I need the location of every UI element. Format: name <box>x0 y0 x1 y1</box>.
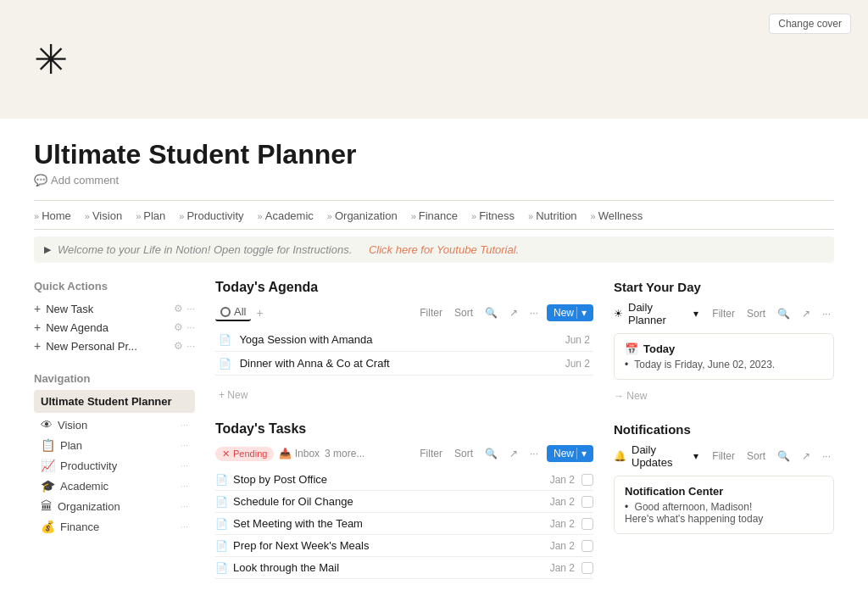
toggle-arrow-icon[interactable]: ▶ <box>44 244 51 255</box>
tasks-sort[interactable]: Sort <box>451 446 476 461</box>
task-check-3[interactable] <box>581 518 593 530</box>
settings-icon-1[interactable]: ⚙ <box>174 303 183 315</box>
task-check-2[interactable] <box>581 496 593 508</box>
agenda-row-1[interactable]: 📄 Yoga Session with Amanda Jun 2 <box>215 328 593 352</box>
task-name-4: Prep for Next Week's Meals <box>233 539 550 552</box>
nav-page-finance[interactable]: 💰 Finance ··· <box>34 516 195 537</box>
task-date-4: Jan 2 <box>550 540 575 552</box>
calendar-today-label: Today <box>643 342 675 355</box>
notif-search-icon[interactable]: 🔍 <box>774 448 793 464</box>
nav-item-productivity[interactable]: » Productivity <box>179 209 243 222</box>
tasks-filter[interactable]: Filter <box>416 446 446 461</box>
productivity-icon: 📈 <box>41 459 55 472</box>
agenda-new-button[interactable]: New ▾ <box>547 304 593 321</box>
nav-page-plan[interactable]: 📋 Plan ··· <box>34 435 195 455</box>
agenda-item-2-name: Dinner with Anna & Co at Craft <box>240 357 390 370</box>
nav-page-vision[interactable]: 👁 Vision ··· <box>34 415 195 435</box>
agenda-add-view[interactable]: + <box>256 306 263 320</box>
planner-link-icon[interactable]: ↗ <box>798 306 814 321</box>
task-row-1: 📄 Stop by Post Office Jan 2 <box>215 469 593 491</box>
finance-more-icon[interactable]: ··· <box>181 521 188 532</box>
nav-item-fitness[interactable]: » Fitness <box>471 209 515 222</box>
welcome-text: Welcome to your Life in Notion! Open tog… <box>58 243 352 256</box>
planner-label[interactable]: Daily Planner <box>628 301 688 326</box>
notif-link-icon[interactable]: ↗ <box>798 448 814 464</box>
task-date-5: Jan 2 <box>550 562 575 574</box>
planner-more-icon[interactable]: ··· <box>819 306 834 321</box>
more-icon-2[interactable]: ··· <box>186 321 195 333</box>
nav-item-home[interactable]: » Home <box>34 209 71 222</box>
add-comment-button[interactable]: 💬 Add comment <box>34 174 834 187</box>
nav-page-academic[interactable]: 🎓 Academic ··· <box>34 476 195 496</box>
notif-filter[interactable]: Filter <box>709 448 738 464</box>
nav-item-nutrition[interactable]: » Nutrition <box>528 209 577 222</box>
academic-more-icon[interactable]: ··· <box>181 481 188 491</box>
calendar-add-row[interactable]: → New <box>614 387 834 405</box>
planner-filter[interactable]: Filter <box>709 306 738 321</box>
middle-column: Today's Agenda All + Filter Sort 🔍 ↗ ···… <box>215 280 593 579</box>
settings-icon-2[interactable]: ⚙ <box>174 321 183 333</box>
youtube-tutorial-link[interactable]: Click here for Youtube Tutorial. <box>369 243 519 256</box>
tasks-search-icon[interactable]: 🔍 <box>481 446 501 461</box>
nav-item-finance[interactable]: » Finance <box>411 209 458 222</box>
task-doc-icon-4: 📄 <box>215 540 228 552</box>
task-check-4[interactable] <box>581 540 593 552</box>
notif-more-icon[interactable]: ··· <box>819 448 834 464</box>
calendar-icon: 📅 <box>625 342 638 355</box>
cover-area: ✳ Change cover <box>0 0 868 119</box>
more-icon-1[interactable]: ··· <box>186 303 195 315</box>
divider-1 <box>34 200 834 201</box>
settings-icon-3[interactable]: ⚙ <box>174 340 183 352</box>
agenda-filter[interactable]: Filter <box>416 305 446 320</box>
nav-item-academic[interactable]: » Academic <box>258 209 314 222</box>
quick-action-new-task[interactable]: + New Task ⚙ ··· <box>34 299 195 318</box>
task-check-1[interactable] <box>581 474 593 486</box>
tasks-link-icon[interactable]: ↗ <box>506 446 521 461</box>
organization-more-icon[interactable]: ··· <box>181 501 188 511</box>
agenda-more-icon[interactable]: ··· <box>526 305 542 320</box>
productivity-more-icon[interactable]: ··· <box>181 460 188 471</box>
nav-page-productivity[interactable]: 📈 Productivity ··· <box>34 455 195 476</box>
notif-card-title: Notification Center <box>625 485 823 498</box>
more-filters[interactable]: 3 more... <box>325 448 364 459</box>
planner-search-icon[interactable]: 🔍 <box>774 306 793 321</box>
quick-action-new-personal[interactable]: + New Personal Pr... ⚙ ··· <box>34 337 195 355</box>
nav-page-organization[interactable]: 🏛 Organization ··· <box>34 496 195 516</box>
nav-item-vision[interactable]: » Vision <box>85 209 122 222</box>
pending-close-icon[interactable]: ✕ <box>222 448 230 459</box>
agenda-view-all[interactable]: All <box>215 304 251 321</box>
nav-item-plan[interactable]: » Plan <box>136 209 165 222</box>
sun-planner-icon: ☀ <box>614 308 623 320</box>
inbox-filter[interactable]: 📥 Inbox <box>279 448 320 459</box>
change-cover-button[interactable]: Change cover <box>769 14 851 34</box>
vision-icon: 👁 <box>41 418 53 432</box>
agenda-item-1-name: Yoga Session with Amanda <box>239 333 372 346</box>
agenda-add-row[interactable]: + New <box>215 386 593 404</box>
task-check-5[interactable] <box>581 562 593 574</box>
agenda-search-icon[interactable]: 🔍 <box>481 305 501 320</box>
plan-more-icon[interactable]: ··· <box>181 440 188 450</box>
tasks-more-icon[interactable]: ··· <box>526 446 542 461</box>
daily-updates-label[interactable]: Daily Updates <box>632 443 688 469</box>
pending-filter[interactable]: ✕ Pending <box>215 447 274 461</box>
more-icon-3[interactable]: ··· <box>186 340 195 352</box>
task-name-3: Set Meeting with the Team <box>233 517 550 530</box>
task-name-5: Look through the Mail <box>233 561 550 574</box>
agenda-sort[interactable]: Sort <box>451 305 476 320</box>
nav-item-organization[interactable]: » Organization <box>327 209 398 222</box>
agenda-row-2[interactable]: 📄 Dinner with Anna & Co at Craft Jun 2 <box>215 352 593 376</box>
planner-sort[interactable]: Sort <box>743 306 769 321</box>
updates-dropdown-icon[interactable]: ▾ <box>693 450 698 462</box>
navigation-label: Navigation <box>34 372 195 385</box>
tasks-new-button[interactable]: New ▾ <box>547 445 593 462</box>
planner-dropdown-icon[interactable]: ▾ <box>693 308 698 320</box>
quick-action-new-agenda[interactable]: + New Agenda ⚙ ··· <box>34 318 195 337</box>
agenda-link-icon[interactable]: ↗ <box>506 305 521 320</box>
nav-item-wellness[interactable]: » Wellness <box>591 209 643 222</box>
vision-more-icon[interactable]: ··· <box>181 420 188 430</box>
organization-icon: 🏛 <box>41 499 53 513</box>
notif-sort[interactable]: Sort <box>743 448 769 464</box>
agenda-new-dropdown[interactable]: ▾ <box>576 307 587 319</box>
tasks-new-dropdown[interactable]: ▾ <box>576 448 587 459</box>
task-row-2: 📄 Schedule for Oil Change Jan 2 <box>215 491 593 513</box>
